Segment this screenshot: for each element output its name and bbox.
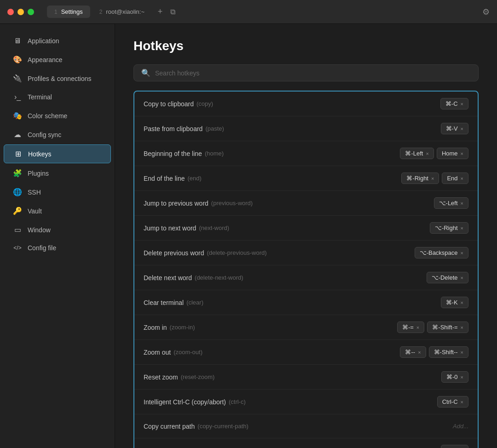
hotkey-keys: ⌘-0× — [441, 371, 468, 383]
key-remove-button[interactable]: × — [461, 201, 463, 206]
key-remove-button[interactable]: × — [461, 101, 463, 107]
hotkey-label: Copy current path (copy-current-path) — [144, 423, 248, 430]
hotkey-label: End of the line (end) — [144, 175, 202, 182]
colorscheme-icon: 🎭 — [13, 111, 22, 120]
sidebar-item-colorscheme[interactable]: 🎭 Color scheme — [4, 107, 111, 125]
hotkey-add-placeholder[interactable]: Add... — [453, 423, 468, 430]
key-remove-button[interactable]: × — [461, 151, 463, 156]
vault-icon: 🔑 — [13, 207, 22, 215]
key-remove-button[interactable]: × — [461, 225, 463, 231]
key-badge: Ctrl-C× — [437, 396, 468, 408]
maximize-button[interactable] — [28, 9, 34, 15]
gear-button[interactable]: ⚙ — [482, 7, 490, 17]
tab1-number: 1 — [54, 9, 58, 15]
hotkey-row: Zoom out (zoom-out)⌘--×⌘-Shift--× — [134, 340, 478, 365]
hotkey-row: Clear terminal (clear)⌘-K× — [134, 290, 478, 315]
key-remove-button[interactable]: × — [461, 250, 463, 256]
sidebar-item-profiles[interactable]: 🔌 Profiles & connections — [4, 69, 111, 87]
sidebar-item-configsync[interactable]: ☁ Config sync — [4, 126, 111, 144]
hotkey-keys: ⌥-Backspace× — [415, 247, 468, 258]
hotkey-label: Paste from clipboard (paste) — [144, 125, 224, 132]
sidebar-item-window[interactable]: ▭ Window — [4, 221, 111, 239]
key-remove-button[interactable]: × — [461, 374, 463, 380]
hotkey-label: Jump to previous word (previous-word) — [144, 200, 253, 207]
sidebar-item-appearance[interactable]: 🎨 Appearance — [4, 51, 111, 69]
content-area: Hotkeys 🔍 Copy to clipboard (copy)⌘-C×Pa… — [115, 24, 497, 448]
hotkey-keys: ⌥-Left× — [434, 197, 468, 209]
key-remove-button[interactable]: × — [461, 300, 463, 305]
sidebar-item-configfile[interactable]: </> Config file — [4, 240, 111, 256]
key-remove-button[interactable]: × — [416, 325, 419, 330]
key-remove-button[interactable]: × — [461, 325, 463, 330]
hotkey-label: Jump to next word (next-word) — [144, 224, 229, 232]
sidebar-item-colorscheme-label: Color scheme — [28, 112, 67, 120]
hotkey-keys: Add... — [453, 423, 468, 430]
key-badge: ⌘-Right× — [401, 172, 439, 184]
main-layout: 🖥 Application 🎨 Appearance 🔌 Profiles & … — [0, 24, 497, 448]
minimize-button[interactable] — [17, 9, 24, 15]
tab-terminal[interactable]: 2 root@xiaolin:~ — [92, 6, 152, 18]
hotkey-row: Jump to next word (next-word)⌥-Right× — [134, 216, 478, 241]
sidebar-item-appearance-label: Appearance — [28, 56, 63, 63]
split-button[interactable]: ⧉ — [170, 8, 175, 16]
sidebar-item-ssh-label: SSH — [28, 189, 41, 196]
hotkey-keys: ⌘-F× — [441, 445, 468, 448]
tab1-label: Settings — [61, 8, 83, 15]
key-badge: ⌘-V× — [441, 123, 468, 134]
search-icon: 🔍 — [141, 69, 150, 77]
search-input[interactable] — [155, 69, 471, 77]
sidebar-item-ssh[interactable]: 🌐 SSH — [4, 183, 111, 201]
key-remove-button[interactable]: × — [426, 151, 428, 156]
hotkeys-icon: ⊞ — [13, 149, 23, 158]
sidebar: 🖥 Application 🎨 Appearance 🔌 Profiles & … — [0, 24, 115, 448]
key-badge: ⌘-K× — [441, 297, 468, 308]
search-bar: 🔍 — [133, 64, 479, 81]
key-remove-button[interactable]: × — [461, 350, 463, 355]
key-badge: ⌘-Left× — [400, 148, 433, 159]
sidebar-item-window-label: Window — [28, 226, 51, 234]
key-badge: Home× — [437, 148, 468, 159]
hotkey-label: Clear terminal (clear) — [144, 299, 203, 306]
key-badge: ⌘-C× — [440, 98, 468, 109]
key-remove-button[interactable]: × — [461, 275, 463, 281]
sidebar-item-terminal[interactable]: ›_ Terminal — [4, 88, 111, 106]
configsync-icon: ☁ — [13, 130, 22, 139]
new-tab-button[interactable]: + — [154, 6, 167, 18]
key-remove-button[interactable]: × — [418, 350, 421, 355]
key-badge: End× — [442, 172, 468, 184]
key-badge: ⌘--× — [400, 346, 426, 358]
sidebar-item-hotkeys[interactable]: ⊞ Hotkeys — [4, 144, 111, 163]
key-badge: ⌘-F× — [441, 445, 468, 448]
close-button[interactable] — [7, 9, 14, 15]
sidebar-item-plugins[interactable]: 🧩 Plugins — [4, 164, 111, 182]
sidebar-item-application-label: Application — [28, 37, 59, 45]
hotkey-row: Intelligent Ctrl-C (copy/abort) (ctrl-c)… — [134, 390, 478, 414]
hotkey-keys: ⌘-V× — [441, 123, 468, 134]
sidebar-item-profiles-label: Profiles & connections — [28, 75, 92, 82]
hotkey-label: Zoom out (zoom-out) — [144, 349, 202, 356]
hotkey-label: Zoom in (zoom-in) — [144, 324, 195, 331]
key-badge: ⌥-Backspace× — [415, 247, 468, 258]
key-remove-button[interactable]: × — [461, 399, 463, 405]
key-badge: ⌘-Shift-=× — [427, 322, 468, 333]
appearance-icon: 🎨 — [13, 55, 22, 64]
sidebar-item-vault[interactable]: 🔑 Vault — [4, 202, 111, 220]
key-remove-button[interactable]: × — [461, 126, 463, 132]
window-icon: ▭ — [13, 225, 22, 234]
sidebar-item-application[interactable]: 🖥 Application — [4, 32, 111, 50]
hotkey-keys: ⌘-Right×End× — [401, 172, 468, 184]
hotkey-row: Paste from clipboard (paste)⌘-V× — [134, 116, 478, 141]
key-remove-button[interactable]: × — [431, 176, 434, 181]
tab2-number: 2 — [99, 9, 103, 15]
tab-bar: 1 Settings 2 root@xiaolin:~ + ⧉ ⚙ — [47, 6, 490, 18]
hotkey-row: Copy current path (copy-current-path)Add… — [134, 414, 478, 438]
tab-settings[interactable]: 1 Settings — [47, 6, 90, 18]
key-badge: ⌥-Left× — [434, 197, 468, 209]
key-remove-button[interactable]: × — [461, 176, 463, 181]
key-badge: ⌘-0× — [441, 371, 468, 383]
key-badge: ⌘-=× — [397, 322, 424, 333]
sidebar-item-hotkeys-label: Hotkeys — [28, 150, 52, 158]
plugins-icon: 🧩 — [13, 169, 22, 178]
hotkey-row: End of the line (end)⌘-Right×End× — [134, 166, 478, 191]
page-title: Hotkeys — [133, 39, 479, 53]
